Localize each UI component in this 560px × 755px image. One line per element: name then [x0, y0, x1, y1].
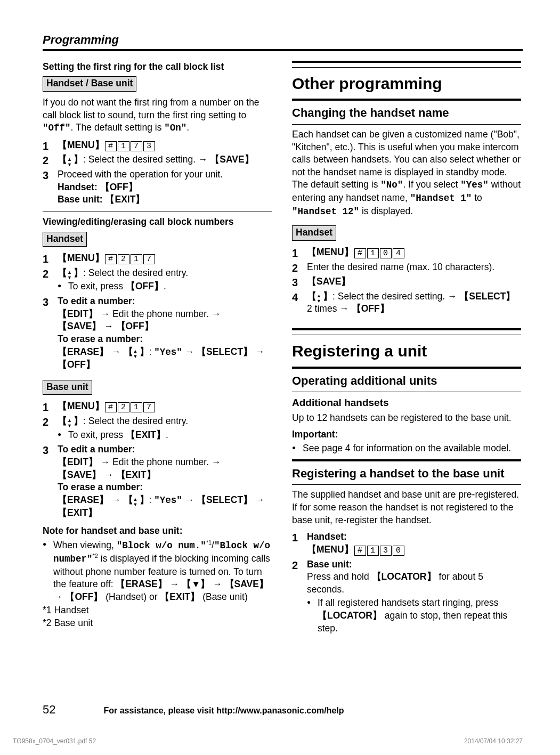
erase-heading: To erase a number:: [58, 482, 143, 492]
help-url: For assistance, please visit http://www.…: [103, 705, 344, 717]
off-key: OFF: [65, 591, 103, 602]
erase-key: ERASE: [58, 346, 109, 357]
s1-step1: MENU#173: [43, 139, 272, 152]
text: : Select the desired entry.: [83, 416, 188, 426]
text: Edit the phone number.: [110, 309, 212, 319]
yes-value: "Yes": [154, 347, 182, 358]
on-value: "On": [164, 123, 186, 133]
off-key: OFF: [352, 303, 389, 314]
save-key: SAVE: [58, 321, 101, 331]
key-1: 1: [131, 254, 142, 264]
rule: [292, 99, 521, 102]
s2h-step3: To edit a number: EDIT → Edit the phone …: [43, 295, 272, 371]
key-7: 7: [143, 254, 155, 264]
key-1: 1: [131, 402, 142, 412]
s2h-step1: MENU#217: [43, 252, 272, 265]
text: (Handset) or: [103, 591, 160, 602]
save-key: SAVE: [307, 276, 351, 287]
key-4: 4: [393, 248, 404, 258]
off-key: OFF: [126, 281, 164, 291]
text: When viewing,: [53, 540, 117, 550]
menu-key: MENU: [58, 253, 104, 263]
key-hash: #: [105, 402, 117, 412]
key-hash: #: [354, 546, 366, 556]
text: to: [472, 192, 482, 203]
s2h-step2: 【】: Select the desired entry. To exit, p…: [43, 267, 272, 293]
key-1: 1: [367, 546, 379, 556]
block-num-value: "Block w/o num.": [117, 540, 206, 551]
text: To exit, press: [68, 429, 126, 440]
exit-key: EXIT: [58, 507, 98, 518]
registering-handset-heading: Registering a handset to the base unit: [292, 466, 521, 482]
operating-additional-heading: Operating additional units: [292, 373, 521, 389]
important-bullet: See page 4 for information on the availa…: [292, 442, 521, 455]
r1-step1: MENU#104: [292, 246, 521, 259]
s1-step2: 【】: Select the desired setting. → SAVE: [43, 153, 272, 166]
key-2: 2: [118, 254, 129, 264]
key-3: 3: [143, 141, 155, 151]
off-key: OFF: [58, 359, 95, 370]
r1-step2: Enter the desired name (max. 10 characte…: [292, 261, 521, 274]
key-0: 0: [393, 546, 404, 556]
handset-label: Handset:: [58, 182, 100, 192]
r2-step1: Handset: MENU#130: [292, 531, 521, 556]
text: If all registered handsets start ringing…: [318, 597, 498, 608]
page-number: 52: [43, 702, 55, 718]
header-rule: [43, 49, 523, 51]
additional-handsets-para: Up to 12 handsets can be registered to t…: [292, 412, 521, 425]
locator-bullet: If all registered handsets start ringing…: [307, 597, 521, 635]
rule: [292, 459, 521, 462]
text: To exit, press: [68, 281, 126, 291]
left-column: Setting the first ring for the call bloc…: [43, 61, 272, 640]
off-key: OFF: [100, 182, 138, 192]
exit-bullet: To exit, press OFF.: [58, 280, 272, 293]
edit-key: EDIT: [58, 457, 98, 467]
save-key: SAVE: [225, 579, 269, 589]
menu-key: MENU: [58, 401, 104, 411]
footnote-1: *1 Handset: [43, 604, 272, 617]
registering-handset-para: The supplied handset and base unit are p…: [292, 489, 521, 526]
handset-base-unit-label: Handset / Base unit: [43, 76, 136, 92]
s2b-step3: To edit a number: EDIT → Edit the phone …: [43, 443, 272, 519]
first-ring-title: Setting the first ring for the call bloc…: [43, 61, 272, 74]
rule: [292, 61, 521, 68]
key-0: 0: [380, 248, 392, 258]
erase-key: ERASE: [116, 579, 167, 589]
select-key: SELECT: [459, 291, 515, 302]
base-unit-label: Base unit:: [58, 194, 105, 205]
menu-key: MENU: [307, 544, 354, 555]
additional-handsets-heading: Additional handsets: [292, 396, 521, 410]
exit-key: EXIT: [105, 194, 145, 205]
erase-heading: To erase a number:: [58, 334, 143, 344]
select-key: SELECT: [197, 346, 253, 357]
s1-step3: Proceed with the operation for your unit…: [43, 168, 272, 206]
handset-1-value: "Handset 1": [410, 193, 472, 204]
text: : Select the desired entry.: [83, 267, 188, 278]
text: Edit the phone number.: [110, 457, 212, 467]
exit-key: EXIT: [160, 591, 200, 602]
key-7: 7: [131, 141, 142, 151]
sup-1: *1: [206, 539, 212, 546]
divider: [292, 124, 521, 125]
handset-12-value: "Handset 12": [292, 206, 359, 217]
note-title: Note for handset and base unit:: [43, 525, 272, 538]
yes-value: "Yes": [460, 180, 489, 190]
text: Press and hold: [307, 571, 372, 582]
text: If you do not want the first ring from a…: [43, 97, 259, 120]
exit-key: EXIT: [116, 469, 156, 480]
text: is displayed.: [359, 206, 413, 216]
exit-bullet: To exit, press EXIT.: [58, 429, 272, 442]
text: : Select the desired setting.: [83, 154, 198, 165]
r2-step2: Base unit: Press and hold LOCATOR for ab…: [292, 558, 521, 635]
divider: [292, 484, 521, 485]
exit-key: EXIT: [126, 429, 166, 440]
page-footer: 52 For assistance, please visit http://w…: [43, 702, 523, 718]
save-key: SAVE: [210, 154, 254, 165]
text: (Base unit): [200, 591, 247, 602]
section-header: Programming: [43, 32, 523, 48]
edit-heading: To edit a number:: [58, 444, 135, 454]
key-7: 7: [143, 402, 155, 412]
key-1: 1: [118, 141, 129, 151]
key-3: 3: [380, 546, 392, 556]
off-key: OFF: [116, 321, 154, 331]
